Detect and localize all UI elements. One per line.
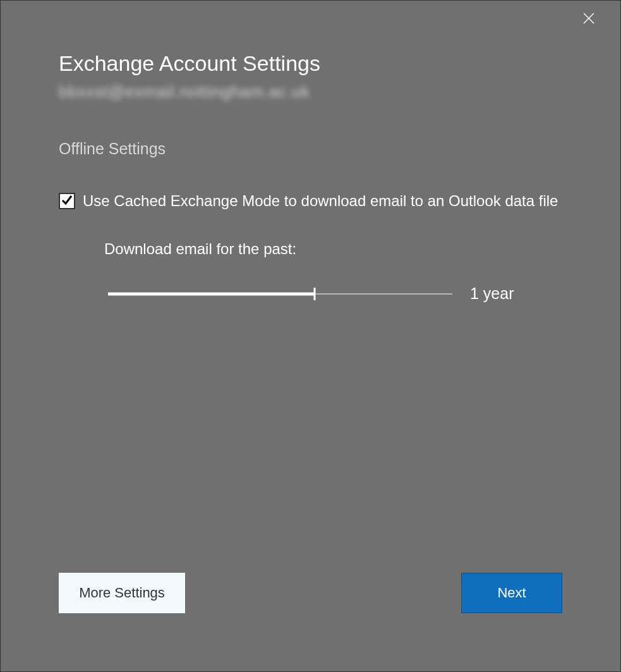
slider-value-label: 1 year (470, 284, 514, 303)
cached-mode-row: Use Cached Exchange Mode to download ema… (59, 192, 562, 210)
slider-thumb (314, 288, 316, 300)
cached-mode-checkbox[interactable] (59, 193, 75, 209)
download-duration-row: 1 year (108, 284, 562, 303)
download-duration-slider[interactable] (108, 288, 452, 300)
next-button[interactable]: Next (461, 573, 562, 613)
cached-mode-label: Use Cached Exchange Mode to download ema… (83, 192, 558, 210)
dialog-content: Exchange Account Settings bbxxst@exmail.… (1, 1, 620, 303)
dialog-footer: More Settings Next (59, 573, 562, 613)
more-settings-button[interactable]: More Settings (59, 573, 185, 613)
page-title: Exchange Account Settings (59, 51, 562, 76)
account-email: bbxxst@exmail.nottingham.ac.uk (59, 82, 562, 102)
download-duration-label: Download email for the past: (104, 240, 562, 258)
checkmark-icon (61, 193, 73, 209)
close-button[interactable] (581, 12, 596, 27)
slider-fill (108, 292, 315, 295)
close-icon (582, 12, 595, 27)
section-header: Offline Settings (59, 140, 562, 158)
